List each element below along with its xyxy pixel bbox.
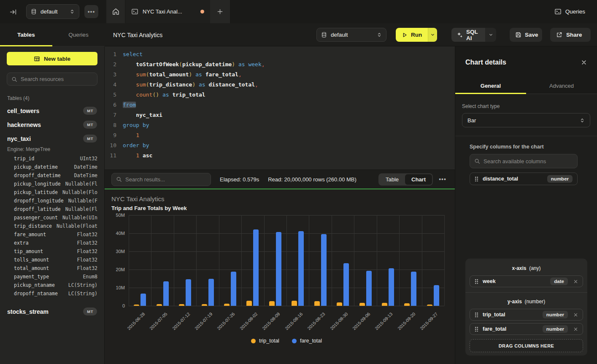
code-text: group by	[123, 120, 149, 130]
code-token	[123, 81, 136, 88]
field-card-week[interactable]: weekdate	[470, 275, 583, 287]
results-search	[111, 173, 211, 186]
column-type: LC(String)	[68, 291, 97, 297]
bar-fare_total	[208, 279, 214, 306]
field-card-trip_total[interactable]: trip_totalnumber	[470, 309, 583, 321]
table-name: nyc_taxi	[7, 135, 83, 142]
column-name: fare_amount	[14, 232, 46, 237]
bar-fare_total	[321, 234, 327, 306]
table-icon	[34, 56, 40, 62]
save-button-label: Save	[525, 32, 538, 38]
column-type: Float32	[77, 257, 97, 263]
tab-label: NYC Taxi Anal...	[143, 8, 196, 15]
ellipsis-icon: •••	[88, 8, 95, 15]
bar-trip_total	[382, 303, 387, 306]
column-name: tip_amount	[14, 248, 43, 254]
legend-item-trip_total[interactable]: trip_total	[251, 338, 279, 344]
chart-title: NYC Taxi Analytics	[111, 195, 165, 202]
editor-toolbar: NYC Taxi Analytics default Run SQL AI	[105, 23, 597, 46]
tab-advanced[interactable]: Advanced	[526, 78, 597, 94]
drag-handle-icon[interactable]	[475, 326, 478, 332]
code-line: 5 count() as trip_total	[105, 90, 455, 100]
toggle-chart[interactable]: Chart	[405, 174, 432, 185]
drag-columns-dropzone[interactable]: DRAG COLUMNS HERE	[470, 339, 583, 352]
sql-ai-button-group: SQL AI	[451, 28, 496, 42]
share-button[interactable]: Share	[550, 28, 591, 42]
remove-field-button[interactable]	[573, 327, 578, 332]
remove-field-button[interactable]	[573, 279, 578, 284]
field-card-fare_total[interactable]: fare_totalnumber	[470, 323, 583, 335]
code-token: sum	[136, 81, 146, 88]
sidebar-search-input[interactable]	[21, 76, 93, 82]
column-type: LC(String)	[68, 282, 97, 288]
v-gridline	[151, 215, 151, 306]
column-name: trip_distance	[14, 223, 52, 229]
tab-general[interactable]: General	[455, 78, 526, 94]
chevron-down-icon	[430, 32, 435, 37]
new-tab-button[interactable]	[210, 0, 230, 23]
x-axis-label: 2015-07-05	[149, 311, 168, 331]
run-button[interactable]: Run	[396, 28, 428, 42]
code-text: sum(total_amount) as fare_total,	[123, 70, 242, 80]
bar-trip_total	[224, 304, 230, 306]
line-number: 7	[105, 110, 116, 120]
sql-editor[interactable]: 1select2 toStartOfWeek(pickup_datetime) …	[105, 46, 455, 170]
table-row-hackernews[interactable]: hackernews MT	[0, 118, 104, 132]
chart-x-axis-labels: 2015-06-282015-07-052015-07-122015-07-19…	[129, 308, 444, 338]
sql-ai-button[interactable]: SQL AI	[451, 28, 485, 42]
v-gridline	[332, 215, 332, 306]
sidebar-tab-queries[interactable]: Queries	[52, 23, 105, 46]
top-database-select[interactable]: default	[26, 4, 79, 19]
code-text: from	[123, 100, 136, 110]
collapse-sidebar-button[interactable]	[7, 5, 19, 18]
code-token: (	[179, 61, 182, 67]
queries-button[interactable]: Queries	[554, 0, 585, 23]
drag-handle-icon[interactable]	[475, 312, 478, 317]
sql-ai-options-button[interactable]	[485, 28, 496, 42]
run-options-button[interactable]	[428, 28, 437, 42]
line-number: 6	[105, 100, 116, 110]
table-row-stocks-stream[interactable]: stocks_stream MT	[0, 305, 104, 318]
toggle-table[interactable]: Table	[379, 174, 405, 185]
legend-item-fare_total[interactable]: fare_total	[292, 338, 322, 344]
x-axis-label: 2015-07-19	[194, 311, 213, 331]
column-row: dropoff_ntanameLC(String)	[0, 291, 104, 299]
code-token: ,	[262, 61, 265, 67]
column-type: Float32	[77, 240, 97, 246]
tab-nyc-taxi-analytics[interactable]: NYC Taxi Anal...	[125, 0, 210, 23]
save-button[interactable]: Save	[510, 28, 542, 42]
table-row-cell-towers[interactable]: cell_towers MT	[0, 104, 104, 118]
results-more-button[interactable]: •••	[437, 176, 448, 183]
new-table-button[interactable]: New table	[7, 52, 97, 65]
chevron-updown-icon	[377, 32, 382, 38]
sidebar-tab-tables[interactable]: Tables	[0, 23, 52, 46]
remove-field-button[interactable]	[573, 313, 578, 317]
bar-trip_total	[202, 304, 207, 306]
bar-trip_total	[314, 301, 320, 306]
bar-fare_total	[186, 279, 191, 306]
columns-search-input[interactable]	[484, 158, 573, 164]
editor-database-select[interactable]: default	[316, 28, 386, 42]
results-search-input[interactable]	[125, 176, 206, 183]
y-axis-fields: trip_totalnumberfare_totalnumber	[470, 309, 583, 335]
columns-search	[470, 154, 578, 168]
drag-handle-icon[interactable]	[475, 279, 478, 284]
engine-badge: MT	[83, 107, 97, 115]
chart-type-select[interactable]: Bar	[462, 113, 590, 127]
drag-handle-icon[interactable]	[475, 176, 478, 181]
home-button[interactable]	[106, 0, 125, 23]
terminal-icon	[131, 8, 138, 15]
sidebar-more-button[interactable]: •••	[84, 5, 98, 18]
close-panel-button[interactable]	[581, 59, 587, 65]
column-row: pickup_latitudeNullable(Flo	[0, 189, 104, 198]
run-button-group: Run	[396, 28, 437, 42]
v-gridline	[399, 215, 400, 306]
column-type: Nullable(UIn	[62, 215, 97, 221]
field-card-distance_total[interactable]: distance_totalnumber	[470, 173, 578, 185]
code-token: toStartOfWeek	[136, 61, 179, 67]
v-gridline	[241, 215, 242, 306]
table-row-nyc-taxi[interactable]: nyc_taxi MT	[0, 132, 104, 146]
bar-trip_total	[157, 304, 162, 306]
bar-fare_total	[253, 229, 259, 306]
x-axis-label: 2015-08-16	[284, 311, 303, 331]
